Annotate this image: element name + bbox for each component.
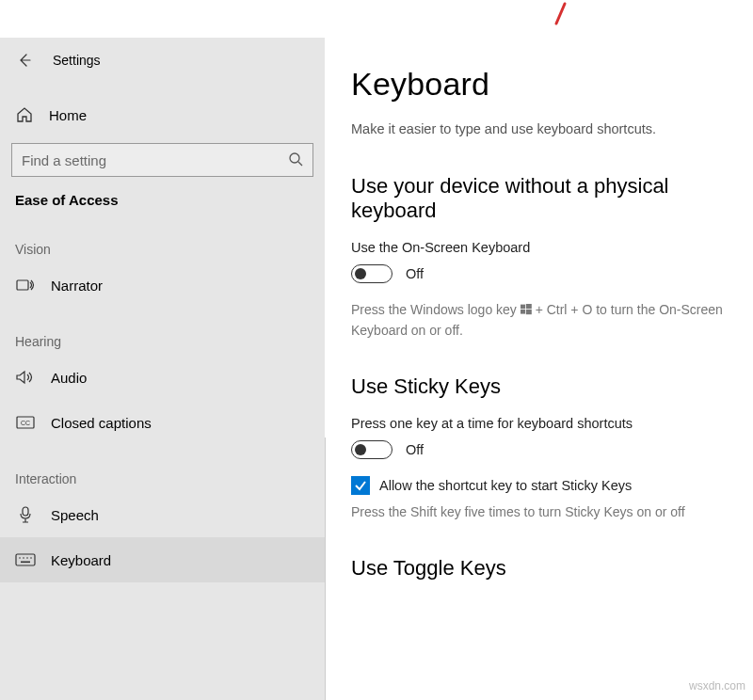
back-button[interactable] [15, 53, 34, 68]
page-title: Keyboard [351, 66, 753, 103]
svg-rect-12 [526, 304, 532, 309]
section-heading-osk: Use your device without a physical keybo… [351, 174, 753, 223]
osk-hint: Press the Windows logo key + Ctrl + O to… [351, 300, 753, 341]
search-field[interactable] [22, 152, 288, 168]
keyboard-icon [15, 553, 36, 566]
home-label: Home [49, 107, 87, 123]
sticky-allow-label: Allow the shortcut key to start Sticky K… [379, 478, 632, 493]
osk-label: Use the On-Screen Keyboard [351, 240, 753, 255]
svg-text:CC: CC [21, 420, 30, 426]
arrow-left-icon [17, 53, 32, 68]
audio-icon [15, 370, 36, 385]
group-header-vision: Vision [0, 215, 325, 262]
search-icon [288, 151, 303, 169]
section-heading-sticky: Use Sticky Keys [351, 374, 753, 399]
sidebar-item-label: Narrator [51, 278, 103, 294]
windows-logo-icon [521, 301, 532, 321]
svg-rect-1 [17, 280, 28, 290]
osk-hint-prefix: Press the Windows logo key [351, 302, 521, 317]
sidebar-item-label: Closed captions [51, 415, 152, 431]
sticky-allow-checkbox[interactable] [351, 476, 370, 495]
sidebar-item-closed-captions[interactable]: CC Closed captions [0, 400, 325, 445]
svg-point-6 [19, 557, 21, 559]
svg-rect-14 [526, 310, 532, 314]
sticky-hint: Press the Shift key five times to turn S… [351, 502, 753, 522]
sidebar-item-audio[interactable]: Audio [0, 355, 325, 400]
closed-captions-icon: CC [15, 416, 36, 429]
svg-point-8 [26, 557, 28, 559]
svg-point-9 [30, 557, 32, 559]
watermark: wsxdn.com [689, 679, 745, 692]
content-pane: Keyboard Make it easier to type and use … [325, 38, 753, 700]
sidebar-home[interactable]: Home [0, 92, 325, 137]
svg-rect-11 [521, 305, 525, 310]
narrator-icon [15, 278, 36, 293]
page-subtitle: Make it easier to type and use keyboard … [351, 121, 753, 136]
svg-point-0 [290, 153, 299, 163]
check-icon [354, 479, 367, 492]
settings-sidebar: Settings Home Ease of Access Vision Narr… [0, 38, 325, 700]
section-heading-toggle: Use Toggle Keys [351, 556, 753, 581]
sticky-toggle[interactable] [351, 440, 393, 459]
home-icon [15, 106, 34, 123]
app-title: Settings [53, 53, 101, 68]
group-header-interaction: Interaction [0, 445, 325, 492]
sticky-label: Press one key at a time for keyboard sho… [351, 416, 753, 431]
svg-rect-4 [23, 507, 28, 516]
sidebar-item-label: Speech [51, 507, 99, 523]
sidebar-item-label: Audio [51, 370, 87, 386]
sidebar-item-keyboard[interactable]: Keyboard [0, 537, 325, 582]
svg-point-7 [23, 557, 24, 559]
svg-rect-10 [21, 562, 30, 564]
sticky-toggle-state: Off [406, 442, 424, 457]
microphone-icon [15, 506, 36, 523]
sidebar-category: Ease of Access [0, 177, 325, 215]
svg-rect-5 [16, 554, 35, 565]
osk-toggle[interactable] [351, 264, 393, 283]
sidebar-item-narrator[interactable]: Narrator [0, 262, 325, 308]
search-input[interactable] [11, 143, 313, 177]
sidebar-item-label: Keyboard [51, 552, 111, 568]
window-top-blank [0, 0, 753, 38]
group-header-hearing: Hearing [0, 308, 325, 355]
osk-toggle-state: Off [406, 266, 424, 281]
svg-rect-13 [521, 310, 525, 314]
annotation-stroke [553, 2, 569, 26]
sidebar-item-speech[interactable]: Speech [0, 492, 325, 537]
